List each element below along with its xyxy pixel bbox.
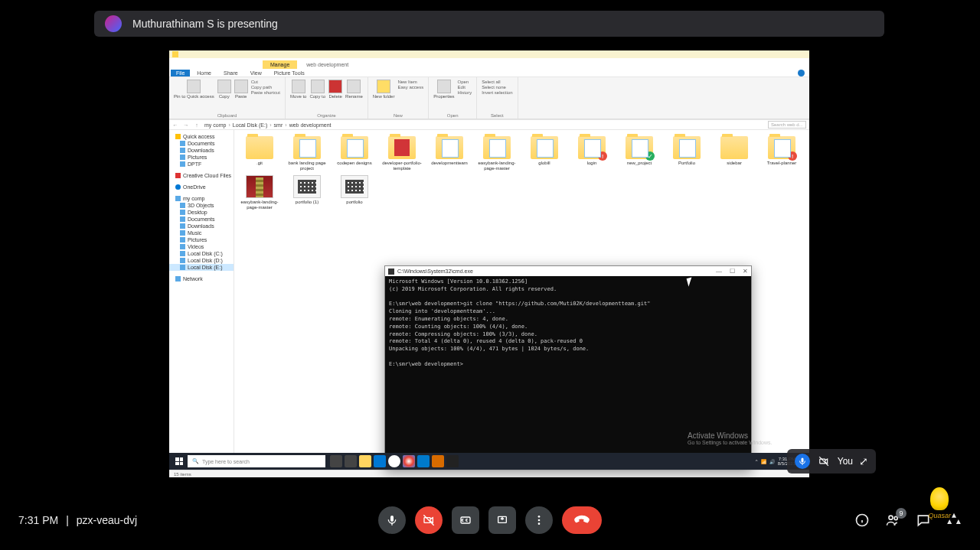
ribbon-tab-picture[interactable]: Picture Tools bbox=[269, 70, 310, 76]
pin-icon[interactable] bbox=[187, 80, 201, 93]
file-item[interactable]: portfolio bbox=[332, 174, 377, 211]
easyaccess-btn[interactable]: Easy access bbox=[397, 85, 423, 89]
selectall-btn[interactable]: Select all bbox=[482, 80, 512, 84]
file-item[interactable]: globill bbox=[522, 135, 567, 172]
rename-icon[interactable] bbox=[347, 80, 361, 93]
sidebar-item[interactable]: Documents bbox=[169, 140, 234, 147]
self-view-tile[interactable]: You ⤢ bbox=[787, 449, 876, 474]
tray-chevron-icon[interactable]: ^ bbox=[756, 459, 758, 464]
sidebar-item[interactable]: Downloads bbox=[169, 223, 234, 229]
selectnone-btn[interactable]: Select none bbox=[482, 85, 512, 89]
minimize-icon[interactable]: — bbox=[716, 268, 722, 275]
cmd-titlebar[interactable]: C:\Windows\System32\cmd.exe — ☐ ✕ bbox=[385, 266, 751, 276]
taskbar-search[interactable]: 🔍 Type here to search bbox=[188, 455, 325, 467]
captions-button[interactable] bbox=[452, 506, 479, 534]
properties-icon[interactable] bbox=[437, 80, 451, 93]
file-item[interactable]: easybank-landing-page-master bbox=[475, 135, 519, 172]
start-button[interactable] bbox=[172, 454, 186, 468]
crumb[interactable]: my comp bbox=[204, 122, 230, 128]
copyto-icon[interactable] bbox=[311, 80, 325, 93]
file-item[interactable]: bank landing page project bbox=[285, 135, 329, 172]
taskview-icon[interactable] bbox=[345, 455, 357, 467]
file-item[interactable]: developer-portfolio-template bbox=[380, 135, 424, 172]
app-taskbar-icon[interactable] bbox=[432, 455, 444, 467]
mic-on-icon[interactable] bbox=[795, 454, 810, 469]
tray-wifi-icon[interactable]: 📶 bbox=[761, 459, 766, 464]
camera-off-self-icon[interactable] bbox=[816, 454, 831, 469]
vscode-taskbar-icon[interactable] bbox=[417, 455, 430, 467]
chrome-taskbar-icon[interactable] bbox=[403, 455, 415, 467]
sidebar-item[interactable]: Local Disk (E:) bbox=[169, 264, 234, 271]
copypath-btn[interactable]: Copy path bbox=[251, 85, 280, 89]
up-icon[interactable]: ↑ bbox=[194, 122, 200, 128]
crumb[interactable]: Local Disk (E:) bbox=[233, 122, 272, 128]
file-item[interactable]: developmentteam bbox=[427, 135, 472, 172]
file-item[interactable]: !Travel-planner bbox=[760, 135, 804, 172]
camera-off-button[interactable] bbox=[415, 506, 443, 534]
sidebar-creative[interactable]: Creative Cloud Files bbox=[169, 172, 234, 179]
ribbon-tab-share[interactable]: Share bbox=[218, 70, 243, 76]
forward-icon[interactable]: → bbox=[183, 122, 189, 128]
copy-icon[interactable] bbox=[217, 80, 231, 93]
expand-icon[interactable]: ⤢ bbox=[859, 455, 868, 467]
present-button[interactable] bbox=[488, 506, 516, 534]
file-item[interactable]: Portfolio bbox=[665, 135, 709, 172]
tray-volume-icon[interactable]: 🔊 bbox=[769, 459, 775, 464]
mic-button[interactable] bbox=[378, 506, 406, 534]
sidebar-item[interactable]: Documents bbox=[169, 216, 234, 223]
delete-icon[interactable] bbox=[328, 80, 342, 93]
crumb[interactable]: web development bbox=[289, 122, 334, 128]
invert-btn[interactable]: Invert selection bbox=[482, 90, 512, 95]
file-item[interactable]: .git bbox=[237, 135, 282, 172]
sidebar-item[interactable]: Pictures bbox=[169, 154, 234, 161]
participants-button[interactable]: 9 bbox=[885, 513, 900, 528]
cmd-taskbar-icon[interactable] bbox=[446, 455, 459, 467]
pasteshortcut-btn[interactable]: Paste shortcut bbox=[251, 90, 280, 95]
sidebar-item[interactable]: Downloads bbox=[169, 147, 234, 154]
cortana-circle-icon[interactable] bbox=[388, 455, 400, 467]
paste-icon[interactable] bbox=[234, 80, 248, 93]
file-item[interactable]: portfolio (1) bbox=[285, 174, 329, 211]
sidebar-item[interactable]: Local Disk (D:) bbox=[169, 257, 234, 264]
file-item[interactable]: !login bbox=[570, 135, 614, 172]
sidebar-item[interactable]: DPTF bbox=[169, 161, 234, 168]
sidebar-item[interactable]: Videos bbox=[169, 243, 234, 250]
file-item[interactable]: easybank-landing-page-master bbox=[237, 174, 282, 211]
cortana-icon[interactable] bbox=[330, 455, 342, 467]
sidebar-network[interactable]: Network bbox=[169, 275, 234, 282]
close-icon[interactable]: ✕ bbox=[743, 268, 748, 275]
sidebar-onedrive[interactable]: OneDrive bbox=[169, 184, 234, 190]
search-input[interactable]: Search web d... bbox=[768, 121, 806, 129]
tab-manage[interactable]: Manage bbox=[263, 60, 297, 69]
cut-btn[interactable]: Cut bbox=[251, 80, 280, 84]
sidebar-item[interactable]: Desktop bbox=[169, 209, 234, 216]
newitem-btn[interactable]: New Item bbox=[397, 80, 423, 84]
crumb[interactable]: smr bbox=[274, 122, 287, 128]
sidebar-item[interactable]: 3D Objects bbox=[169, 202, 234, 209]
maximize-icon[interactable]: ☐ bbox=[730, 268, 735, 275]
sidebar-quick-access[interactable]: Quick access bbox=[169, 133, 234, 140]
edge-taskbar-icon[interactable] bbox=[374, 455, 386, 467]
newfolder-icon[interactable] bbox=[377, 80, 390, 93]
hangup-button[interactable] bbox=[562, 506, 602, 534]
history-btn[interactable]: History bbox=[458, 90, 472, 95]
moveto-icon[interactable] bbox=[292, 80, 305, 93]
sidebar-item[interactable]: Pictures bbox=[169, 236, 234, 243]
sidebar-pc[interactable]: my comp bbox=[169, 195, 234, 202]
ribbon-tab-file[interactable]: File bbox=[171, 70, 190, 76]
ribbon-tab-view[interactable]: View bbox=[245, 70, 267, 76]
more-options-button[interactable] bbox=[525, 506, 553, 534]
sidebar-item[interactable]: Local Disk (C:) bbox=[169, 250, 234, 257]
file-item[interactable]: codepen designs bbox=[332, 135, 377, 172]
explorer-taskbar-icon[interactable] bbox=[359, 455, 371, 467]
open-btn[interactable]: Open bbox=[458, 80, 472, 84]
edit-btn[interactable]: Edit bbox=[458, 85, 472, 89]
sidebar-item[interactable]: Music bbox=[169, 229, 234, 236]
ribbon-tab-home[interactable]: Home bbox=[191, 70, 217, 76]
file-item[interactable]: sidebar bbox=[712, 135, 756, 172]
help-icon[interactable] bbox=[798, 70, 805, 76]
meeting-details-button[interactable] bbox=[854, 513, 870, 528]
breadcrumb[interactable]: my compLocal Disk (E:)smrweb development bbox=[204, 122, 763, 128]
file-item[interactable]: ✓new_project bbox=[617, 135, 662, 172]
back-icon[interactable]: ← bbox=[172, 122, 178, 128]
